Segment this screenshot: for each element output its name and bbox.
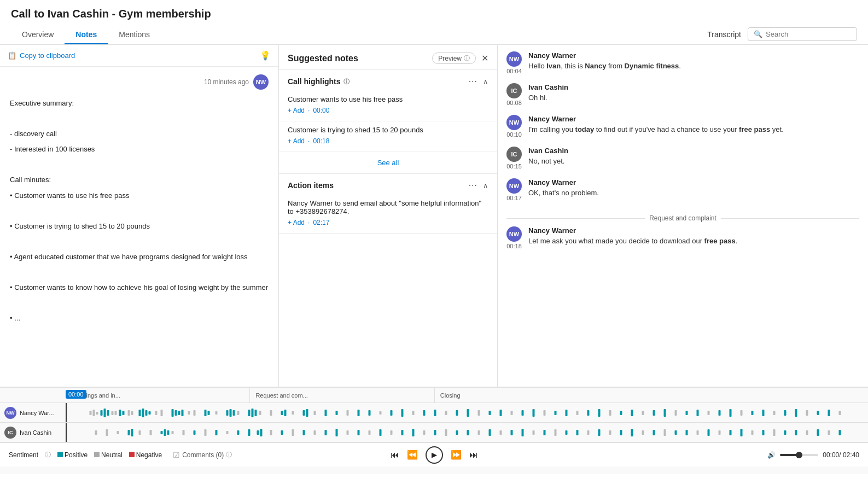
svg-rect-51 <box>423 410 426 416</box>
svg-rect-111 <box>281 430 283 435</box>
svg-rect-135 <box>544 430 546 435</box>
play-button[interactable]: ▶ <box>426 446 443 464</box>
svg-rect-0 <box>90 411 92 415</box>
svg-rect-65 <box>576 411 579 415</box>
call-highlights-section: Call highlights ⓘ ··· ∧ Customer wants t… <box>279 70 497 174</box>
svg-rect-50 <box>412 411 415 415</box>
tab-overview[interactable]: Overview <box>11 25 65 44</box>
svg-rect-3 <box>101 410 103 416</box>
svg-rect-160 <box>817 429 819 436</box>
call-highlights-collapse-button[interactable]: ∧ <box>483 78 488 86</box>
svg-rect-29 <box>233 410 235 416</box>
svg-rect-113 <box>303 430 305 435</box>
svg-rect-40 <box>306 409 308 417</box>
avatar: NW <box>4 407 16 419</box>
action-item-text-1: Nancy Warner to send email about "some h… <box>288 199 488 215</box>
svg-rect-76 <box>697 410 699 416</box>
svg-rect-68 <box>609 410 611 416</box>
svg-rect-31 <box>248 410 251 416</box>
svg-rect-15 <box>149 411 151 415</box>
transcript-entry: NW 00:10 Nancy Warner I'm calling you to… <box>506 115 859 138</box>
svg-rect-22 <box>188 411 190 415</box>
add-action-1-button[interactable]: + Add <box>288 219 305 226</box>
see-all-button[interactable]: See all <box>279 152 497 173</box>
transcript-speaker: Ivan Cashin <box>528 83 859 91</box>
copy-to-clipboard-button[interactable]: 📋 Copy to clipboard <box>8 51 75 60</box>
add-highlight-2-button[interactable]: + Add <box>288 137 305 145</box>
transcript-time: 00:08 <box>506 100 522 106</box>
svg-rect-64 <box>566 410 568 416</box>
comments-info-icon: ⓘ <box>226 451 232 459</box>
svg-rect-79 <box>730 409 732 417</box>
avatar: IC <box>4 427 16 439</box>
playback-controls: ⏮ ⏪ ▶ ⏩ ⏭ <box>391 446 478 464</box>
add-highlight-1-button[interactable]: + Add <box>288 107 305 114</box>
svg-rect-161 <box>828 430 830 435</box>
suggested-notes-panel: Suggested notes Preview ⓘ ✕ Call highlig… <box>279 45 498 387</box>
svg-rect-45 <box>358 410 360 416</box>
svg-rect-47 <box>380 411 382 415</box>
highlight-item-1: Customer wants to use his free pass + Ad… <box>279 91 497 121</box>
svg-rect-78 <box>719 410 721 416</box>
svg-rect-30 <box>237 411 240 415</box>
svg-rect-84 <box>784 410 787 416</box>
search-input[interactable] <box>766 30 851 38</box>
neutral-indicator: Neutral <box>94 451 123 459</box>
svg-rect-36 <box>281 411 283 415</box>
svg-rect-127 <box>456 430 458 435</box>
svg-rect-125 <box>434 430 436 435</box>
svg-rect-98 <box>164 429 166 436</box>
highlight-time-1[interactable]: 00:00 <box>313 107 329 114</box>
svg-rect-105 <box>226 431 229 434</box>
transcript-speaker: Nancy Warner <box>528 51 859 60</box>
svg-rect-37 <box>284 410 287 416</box>
svg-rect-62 <box>544 410 546 416</box>
copy-icon: 📋 <box>8 51 16 60</box>
search-box[interactable]: 🔍 <box>748 27 857 41</box>
svg-rect-49 <box>401 409 404 417</box>
skip-to-end-button[interactable]: ⏭ <box>469 450 478 460</box>
svg-rect-42 <box>325 410 327 416</box>
svg-rect-99 <box>167 430 170 435</box>
svg-rect-102 <box>194 430 196 435</box>
tab-mentions[interactable]: Mentions <box>108 25 161 44</box>
svg-rect-104 <box>215 430 218 435</box>
action-items-collapse-button[interactable]: ∧ <box>483 182 488 190</box>
svg-rect-92 <box>117 431 119 434</box>
svg-rect-39 <box>303 410 305 416</box>
svg-rect-4 <box>104 409 106 417</box>
svg-rect-126 <box>445 429 447 436</box>
svg-rect-154 <box>752 430 754 435</box>
svg-rect-35 <box>270 410 272 416</box>
svg-rect-128 <box>467 430 469 435</box>
lightbulb-icon: 💡 <box>260 50 271 61</box>
svg-rect-140 <box>598 429 601 436</box>
svg-rect-115 <box>325 430 327 435</box>
negative-indicator: Negative <box>129 451 162 459</box>
transcript-entry: IC 00:15 Ivan Cashin No, not yet. <box>506 147 859 170</box>
highlight-time-2[interactable]: 00:18 <box>313 137 329 145</box>
tab-notes[interactable]: Notes <box>65 25 108 44</box>
svg-rect-138 <box>576 430 579 435</box>
action-time-1[interactable]: 02:17 <box>313 219 329 226</box>
highlight-text-2: Customer is trying to shed 15 to 20 poun… <box>288 126 488 134</box>
skip-to-start-button[interactable]: ⏮ <box>391 450 399 460</box>
sentiment-info-icon: ⓘ <box>45 451 51 459</box>
svg-rect-11 <box>131 411 133 415</box>
close-button[interactable]: ✕ <box>481 53 488 63</box>
svg-rect-122 <box>401 430 404 435</box>
svg-rect-112 <box>292 429 294 436</box>
svg-rect-129 <box>478 430 480 435</box>
rewind-button[interactable]: ⏪ <box>407 450 418 460</box>
preview-badge[interactable]: Preview ⓘ <box>432 53 476 64</box>
action-items-more-button[interactable]: ··· <box>469 180 477 190</box>
volume-slider[interactable] <box>780 454 818 456</box>
fast-forward-button[interactable]: ⏩ <box>451 450 462 460</box>
svg-rect-24 <box>205 410 207 416</box>
svg-rect-6 <box>112 411 114 415</box>
call-highlights-more-button[interactable]: ··· <box>469 77 477 86</box>
svg-rect-117 <box>347 430 349 435</box>
transcript-entry: NW 00:17 Nancy Warner OK, that's no prob… <box>506 178 859 201</box>
svg-rect-97 <box>161 431 163 434</box>
avatar: IC <box>506 147 522 162</box>
